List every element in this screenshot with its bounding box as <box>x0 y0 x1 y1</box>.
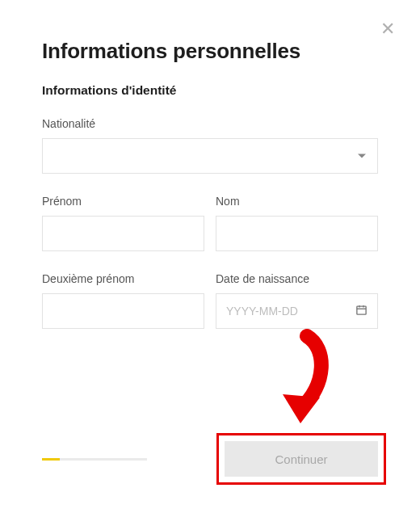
dob-field: Date de naissance YYYY-MM-DD <box>216 272 378 329</box>
calendar-icon <box>355 304 368 318</box>
last-name-field: Nom <box>216 195 378 251</box>
section-title: Informations d'identité <box>42 83 378 98</box>
progress-bar <box>42 458 147 461</box>
first-name-input[interactable] <box>42 216 204 251</box>
first-name-field: Prénom <box>42 195 204 251</box>
last-name-label: Nom <box>216 195 378 208</box>
svg-rect-0 <box>357 306 366 314</box>
middle-name-input[interactable] <box>42 293 204 329</box>
dob-input[interactable]: YYYY-MM-DD <box>216 293 378 329</box>
dob-label: Date de naissance <box>216 272 378 285</box>
personal-info-modal: ✕ Informations personnelles Informations… <box>0 0 420 509</box>
close-icon[interactable]: ✕ <box>380 21 396 37</box>
annotation-arrow-icon <box>250 328 347 433</box>
modal-footer: Continuer <box>42 441 378 477</box>
page-title: Informations personnelles <box>42 39 378 64</box>
nationality-field: Nationalité <box>42 117 378 174</box>
middle-name-label: Deuxième prénom <box>42 272 204 285</box>
nationality-select[interactable] <box>42 138 378 174</box>
dob-placeholder: YYYY-MM-DD <box>226 305 355 318</box>
chevron-down-icon <box>358 154 366 158</box>
nationality-label: Nationalité <box>42 117 378 130</box>
first-name-label: Prénom <box>42 195 204 208</box>
last-name-input[interactable] <box>216 216 378 251</box>
continue-button[interactable]: Continuer <box>225 441 378 477</box>
progress-fill <box>42 458 60 461</box>
middle-name-field: Deuxième prénom <box>42 272 204 329</box>
